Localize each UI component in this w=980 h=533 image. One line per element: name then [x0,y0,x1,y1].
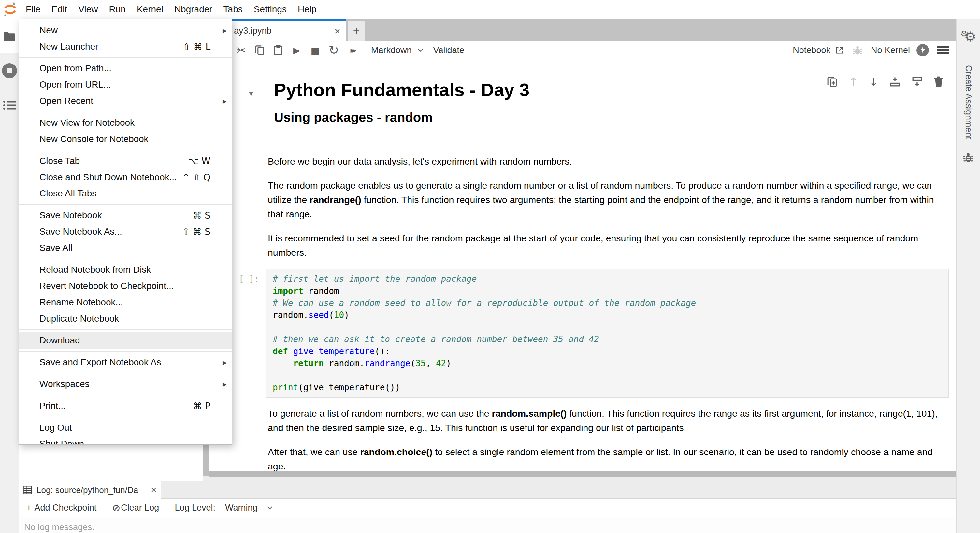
new-tab-button[interactable]: + [348,21,364,41]
hamburger-menu-icon[interactable] [937,46,949,54]
menubar-item-tabs[interactable]: Tabs [218,0,248,19]
markdown-paragraph-cell[interactable]: To generate a list of random numbers, we… [268,406,946,435]
cut-cells-button[interactable]: ✂ [232,41,250,59]
open-notebook-button[interactable]: Notebook [793,45,844,56]
kernel-status[interactable]: No Kernel [871,44,929,56]
submenu-arrow-icon: ▸ [221,96,227,106]
cell-type-dropdown[interactable]: Markdown [371,45,423,56]
markdown-cells-bottom: To generate a list of random numbers, we… [208,406,956,471]
menubar-item-run[interactable]: Run [103,0,131,19]
file-menu-item-save-notebook[interactable]: Save Notebook⌘ S [19,207,232,223]
sidebar-tab-file-browser[interactable] [0,19,19,53]
restart-kernel-button[interactable]: ↻ [325,41,343,59]
bottom-panel-splitter[interactable] [208,471,956,477]
file-menu-item-save-and-export-notebook-as[interactable]: Save and Export Notebook As▸ [19,354,232,371]
external-link-icon [835,46,844,55]
menubar-item-file[interactable]: File [20,0,46,19]
menubar: FileEditViewRunKernelNbgraderTabsSetting… [0,0,980,19]
file-menu-item-rename-notebook[interactable]: Rename Notebook... [19,294,232,310]
file-menu-item-shut-down[interactable]: Shut Down [19,436,232,445]
file-menu-item-reload-notebook-from-disk[interactable]: Reload Notebook from Disk [19,262,232,278]
file-menu-item-open-from-path[interactable]: Open from Path... [19,60,232,76]
menu-divider [19,417,232,417]
markdown-heading-cell[interactable]: Python Fundamentals - Day 3 Using packag… [267,71,951,142]
insert-cell-below-icon[interactable] [912,76,923,87]
run-all-cells-button[interactable]: ▸▸ [343,41,364,59]
file-menu-item-new[interactable]: New▸ [19,22,232,38]
close-icon[interactable]: × [151,485,156,495]
code-cell[interactable]: # first let us import the random package… [266,269,949,398]
markdown-paragraph-cell[interactable]: It is recommended to set a seed for the … [268,231,946,260]
log-tab-bar: Log: source/python_fun/Da × [19,481,956,499]
debugger-bug-icon[interactable] [853,45,862,56]
property-inspector-gears-icon[interactable]: ⚙⚙ [956,30,980,44]
menubar-item-view[interactable]: View [73,0,103,19]
menubar-item-kernel[interactable]: Kernel [131,0,169,19]
sidebar-tab-running-sessions[interactable] [0,63,19,78]
sidebar-tab-table-of-contents[interactable] [0,100,19,111]
cell-collapser-icon[interactable]: ▾ [249,88,253,98]
file-menu-item-new-view-for-notebook[interactable]: New View for Notebook [19,115,232,131]
menubar-item-settings[interactable]: Settings [248,0,292,19]
duplicate-cell-icon[interactable] [827,76,838,88]
code-line: def give_temperature(): [273,345,942,357]
plus-icon: + [353,24,360,38]
file-menu-item-duplicate-notebook[interactable]: Duplicate Notebook [19,310,232,327]
file-menu-item-download[interactable]: Download [19,332,232,348]
log-level-value: Warning [225,503,258,513]
file-menu-item-open-recent[interactable]: Open Recent▸ [19,93,232,109]
log-tab-label: Log: source/python_fun/Da [37,485,146,495]
file-menu-item-close-and-shut-down-notebook[interactable]: Close and Shut Down Notebook...^ ⇧ Q [19,169,232,185]
submenu-arrow-icon: ▸ [221,25,227,35]
menu-divider [19,395,232,395]
markdown-paragraph-cell[interactable]: After that, we can use random.choice() t… [268,445,946,471]
file-menu-item-close-all-tabs[interactable]: Close All Tabs [19,185,232,202]
code-line [273,369,942,382]
markdown-paragraph-cell[interactable]: The random package enables us to generat… [268,178,946,221]
move-cell-up-icon[interactable]: ↑ [849,75,858,88]
sidebar-tab-create-assignment[interactable]: Create Assignment [963,65,974,140]
scissors-icon: ✂ [236,44,246,57]
copy-cells-button[interactable] [250,41,269,59]
interrupt-kernel-button[interactable]: ■ [306,41,325,59]
delete-cell-icon[interactable] [934,76,943,88]
validate-button[interactable]: Validate [433,45,465,56]
move-cell-down-icon[interactable]: ↓ [869,75,879,88]
file-menu-item-save-notebook-as[interactable]: Save Notebook As...⇧ ⌘ S [19,223,232,240]
paste-cells-button[interactable] [269,41,287,59]
insert-cell-above-icon[interactable] [889,76,900,87]
clear-log-button[interactable]: ⊘ Clear Log [112,502,159,514]
log-tab[interactable]: Log: source/python_fun/Da × [19,481,161,499]
menubar-item-help[interactable]: Help [292,0,322,19]
file-menu-item-log-out[interactable]: Log Out [19,420,232,436]
jupyterlab-app: FileEditViewRunKernelNbgraderTabsSetting… [0,0,980,533]
debugger-bug-icon[interactable] [963,152,974,163]
code-line [273,321,942,333]
menu-divider [19,57,232,58]
slash-circle-icon: ⊘ [112,502,120,514]
close-icon[interactable]: × [334,26,340,36]
file-menu-items: New▸New Launcher⇧ ⌘ LOpen from Path...Op… [19,22,232,445]
file-menu-item-new-console-for-notebook[interactable]: New Console for Notebook [19,131,232,147]
code-line: print(give_temperature()) [273,382,942,393]
file-menu-item-open-from-url[interactable]: Open from URL... [19,76,232,93]
log-level-dropdown[interactable]: Warning [225,503,273,513]
menu-divider [19,329,232,330]
chevron-down-icon [417,48,423,52]
add-checkpoint-button[interactable]: + Add Checkpoint [26,503,96,514]
file-menu-item-revert-notebook-to-checkpoint[interactable]: Revert Notebook to Checkpoint... [19,278,232,294]
file-menu-item-save-all[interactable]: Save All [19,240,232,256]
file-menu-item-workspaces[interactable]: Workspaces▸ [19,376,232,392]
markdown-paragraph-cell[interactable]: Before we begin our data analysis, let's… [268,154,946,169]
notebook-content: ▾ Python Fundamentals - Day 3 Using pack… [208,60,956,471]
menu-divider [19,204,232,205]
run-cell-button[interactable]: ▶ [287,41,306,59]
file-menu-item-new-launcher[interactable]: New Launcher⇧ ⌘ L [19,38,232,55]
menubar-item-edit[interactable]: Edit [46,0,73,19]
cell-type-value: Markdown [371,45,412,56]
clear-log-label: Clear Log [121,503,159,513]
menubar-item-nbgrader[interactable]: Nbgrader [169,0,218,19]
file-menu-item-print[interactable]: Print...⌘ P [19,398,232,414]
log-level-label: Log Level: [175,503,215,513]
file-menu-item-close-tab[interactable]: Close Tab⌥ W [19,153,232,169]
